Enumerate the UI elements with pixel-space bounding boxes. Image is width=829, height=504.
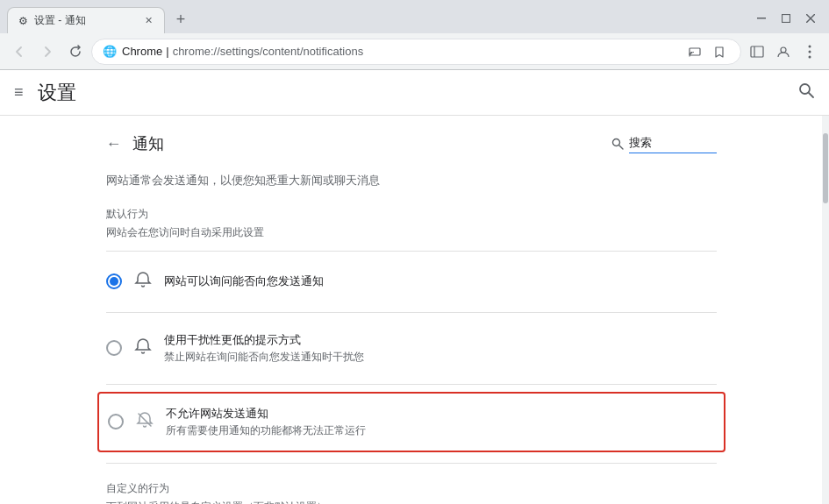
divider-top — [106, 251, 717, 252]
search-area: 搜索 — [611, 135, 717, 153]
search-icon — [611, 138, 624, 150]
content-area[interactable]: ← 通知 搜索 网站通常会发送通知，以便您知悉重大新闻或聊天消息 默认行为 网站… — [0, 116, 822, 504]
toolbar-right — [745, 39, 822, 64]
tab-close-button[interactable]: ✕ — [141, 14, 155, 28]
svg-point-10 — [809, 55, 811, 58]
svg-point-7 — [781, 47, 786, 53]
close-button[interactable] — [799, 11, 822, 26]
radio-button-ask[interactable] — [106, 273, 122, 289]
forward-button[interactable] — [35, 39, 60, 64]
minimize-button[interactable] — [750, 11, 773, 26]
svg-point-9 — [809, 50, 811, 53]
settings-page: ≡ 设置 ← 通知 搜索 — [0, 70, 829, 504]
radio-sub-block: 所有需要使用通知的功能都将无法正常运行 — [166, 423, 366, 438]
svg-rect-0 — [757, 18, 766, 19]
window-controls — [750, 11, 829, 33]
default-behavior-sublabel: 网站会在您访问时自动采用此设置 — [106, 225, 717, 240]
active-tab[interactable]: ⚙ 设置 - 通知 ✕ — [7, 7, 165, 33]
radio-option-block-highlighted[interactable]: 不允许网站发送通知 所有需要使用通知的功能都将无法正常运行 — [97, 392, 725, 452]
url-text: Chrome | chrome://settings/content/notif… — [122, 45, 679, 58]
sidebar-toggle-button[interactable] — [745, 39, 769, 64]
svg-point-8 — [809, 45, 811, 47]
scrollbar-thumb[interactable] — [823, 133, 828, 203]
content-wrapper: ← 通知 搜索 网站通常会发送通知，以便您知悉重大新闻或聊天消息 默认行为 网站… — [0, 116, 829, 504]
divider-bottom — [106, 463, 717, 464]
svg-rect-4 — [690, 48, 700, 55]
divider-mid1 — [106, 312, 717, 313]
custom-section-label: 自定义的行为 — [106, 471, 717, 500]
svg-rect-1 — [783, 15, 790, 23]
radio-text-quiet: 使用干扰性更低的提示方式 禁止网站在询问能否向您发送通知时干扰您 — [164, 332, 364, 365]
radio-button-block[interactable] — [108, 414, 124, 429]
tab-title: 设置 - 通知 — [34, 13, 136, 28]
svg-line-12 — [809, 93, 813, 97]
bookmark-icon[interactable] — [709, 41, 730, 62]
default-behavior-label: 默认行为 — [106, 207, 717, 222]
menu-button[interactable] — [797, 39, 822, 64]
refresh-button[interactable] — [63, 39, 88, 64]
tab-strip: ⚙ 设置 - 通知 ✕ + — [0, 7, 750, 33]
svg-point-11 — [800, 84, 810, 94]
maximize-button[interactable] — [775, 11, 797, 26]
radio-main-quiet: 使用干扰性更低的提示方式 — [164, 332, 364, 348]
url-domain: Chrome — [122, 45, 162, 58]
radio-option-block[interactable]: 不允许网站发送通知 所有需要使用通知的功能都将无法正常运行 — [108, 402, 715, 442]
radio-text-block: 不允许网站发送通知 所有需要使用通知的功能都将无法正常运行 — [166, 406, 366, 438]
settings-search-button[interactable] — [797, 82, 815, 103]
security-icon: 🌐 — [103, 45, 117, 58]
settings-header: ≡ 设置 — [0, 70, 829, 116]
browser-window: ⚙ 设置 - 通知 ✕ + — [0, 0, 829, 504]
svg-rect-5 — [751, 46, 763, 57]
bell-muted-icon-block — [136, 411, 154, 433]
notifications-title: 通知 — [132, 133, 601, 154]
content-inner: ← 通知 搜索 网站通常会发送通知，以便您知悉重大新闻或聊天消息 默认行为 网站… — [78, 116, 745, 504]
url-actions — [684, 41, 730, 62]
back-to-settings-button[interactable]: ← — [106, 135, 122, 153]
settings-page-title: 设置 — [38, 80, 76, 106]
radio-option-quiet[interactable]: 使用干扰性更低的提示方式 禁止网站在询问能否向您发送通知时干扰您 — [106, 320, 717, 377]
url-bar[interactable]: 🌐 Chrome | chrome://settings/content/not… — [91, 39, 741, 65]
tab-favicon: ⚙ — [17, 15, 29, 27]
bell-icon-quiet — [134, 337, 152, 359]
profile-button[interactable] — [771, 39, 796, 64]
radio-main-ask: 网站可以询问能否向您发送通知 — [164, 273, 324, 289]
search-input-label[interactable]: 搜索 — [629, 135, 717, 153]
notifications-header: ← 通知 搜索 — [106, 116, 717, 165]
radio-main-block: 不允许网站发送通知 — [166, 406, 366, 422]
bell-icon-ask — [134, 271, 152, 293]
hamburger-menu-button[interactable]: ≡ — [14, 83, 24, 102]
radio-button-quiet[interactable] — [106, 340, 122, 356]
address-bar: 🌐 Chrome | chrome://settings/content/not… — [0, 33, 829, 70]
notifications-description: 网站通常会发送通知，以便您知悉重大新闻或聊天消息 — [106, 165, 717, 207]
radio-option-ask[interactable]: 网站可以询问能否向您发送通知 — [106, 259, 717, 305]
radio-text-ask: 网站可以询问能否向您发送通知 — [164, 273, 324, 289]
url-path: chrome://settings/content/notifications — [173, 45, 364, 58]
back-button[interactable] — [7, 39, 32, 64]
custom-section-sublabel: 下列网站采用的是自定义设置（而非默认设置） — [106, 500, 717, 505]
svg-point-13 — [612, 139, 619, 146]
scrollbar-track[interactable] — [822, 116, 829, 504]
divider-mid2 — [106, 384, 717, 385]
cast-icon[interactable] — [684, 41, 705, 62]
url-separator: | — [166, 45, 168, 58]
svg-line-14 — [619, 146, 623, 149]
new-tab-button[interactable]: + — [168, 7, 193, 32]
radio-sub-quiet: 禁止网站在询问能否向您发送通知时干扰您 — [164, 350, 364, 365]
title-bar: ⚙ 设置 - 通知 ✕ + — [0, 0, 829, 33]
